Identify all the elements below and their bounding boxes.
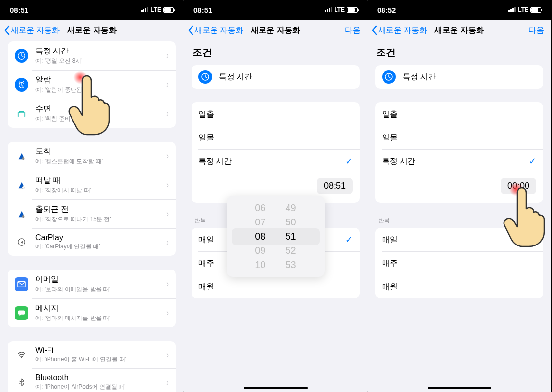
alarm-icon <box>15 78 28 92</box>
clock-icon <box>198 70 212 84</box>
condition-title: 특정 시간 <box>403 72 536 82</box>
time-options-card: 일출일몰특정 시간✓08:51 <box>192 102 360 203</box>
trigger-title: 수면 <box>35 104 166 114</box>
time-option-row[interactable]: 특정 시간✓ <box>375 149 543 173</box>
wheel-minute: 52 <box>286 245 296 256</box>
status-time: 08:51 <box>193 6 212 14</box>
trigger-subtitle: 예: '엄마의 메시지를 받을 때' <box>35 314 166 322</box>
trigger-row[interactable]: 출퇴근 전예: '직장으로 떠나기 15분 전'› <box>8 199 176 228</box>
trigger-row[interactable]: 도착예: '헬스클럽에 도착할 때'› <box>8 142 176 171</box>
repeat-options-card: 매일✓매주매월 <box>375 228 543 298</box>
nav-back-label: 새로운 자동화 <box>11 25 60 36</box>
repeat-option-row[interactable]: 매일✓ <box>375 228 543 251</box>
trigger-subtitle: 예: '직장에서 떠날 때' <box>35 186 166 195</box>
trigger-title: 출퇴근 전 <box>35 204 166 215</box>
trigger-row[interactable]: 특정 시간예: '평일 오전 8시'› <box>8 41 176 70</box>
chevron-right-icon: › <box>166 209 169 219</box>
option-label: 일출 <box>198 109 353 120</box>
chevron-right-icon: › <box>166 50 169 61</box>
time-option-row[interactable]: 일출 <box>192 102 360 126</box>
time-option-row[interactable]: 일몰 <box>192 126 360 149</box>
time-option-row[interactable]: 일출 <box>375 102 543 126</box>
battery-icon <box>530 7 541 13</box>
checkmark-icon: ✓ <box>345 234 353 245</box>
svg-point-7 <box>21 357 22 358</box>
repeat-label: 반복 <box>378 217 543 225</box>
condition-row[interactable]: 특정 시간 <box>192 65 360 89</box>
trigger-row[interactable]: CarPlay예: 'CarPlay에 연결될 때'› <box>8 228 176 256</box>
status-bar: 08:51 LTE <box>0 0 184 20</box>
wheel-row[interactable]: 0750 <box>227 215 325 229</box>
nav-title: 새로운 자동화 <box>251 25 300 36</box>
time-value-button[interactable]: 00:00 <box>501 178 536 194</box>
scroll-content[interactable]: 특정 시간예: '평일 오전 8시'›알람예: '알람이 중단됨'›수면예: '… <box>0 41 184 392</box>
network-label: LTE <box>518 6 528 13</box>
status-time: 08:51 <box>10 6 28 14</box>
wheel-row[interactable]: 1053 <box>227 258 325 272</box>
nav-bar: 새로운 자동화 새로운 자동화 다음 <box>367 20 551 41</box>
nav-bar: 새로운 자동화 새로운 자동화 다음 <box>184 20 367 41</box>
trigger-row[interactable]: Wi-Fi예: 'iPhone이 홈 Wi-Fi에 연결될 때'› <box>8 341 176 368</box>
trigger-subtitle: 예: 'iPhone이 AirPods에 연결될 때' <box>35 383 166 391</box>
section-header-condition: 조건 <box>376 46 543 59</box>
time-options-card: 일출일몰특정 시간✓00:00 <box>375 102 543 203</box>
trigger-row[interactable]: Bluetooth예: 'iPhone이 AirPods에 연결될 때'› <box>8 368 176 392</box>
phone-screen-3: 08:52 LTE 새로운 자동화 새로운 자동화 다음 조건 특정 시간 일출… <box>367 0 551 392</box>
network-label: LTE <box>334 6 345 13</box>
nav-next-button[interactable]: 다음 <box>345 25 360 36</box>
trigger-subtitle: 예: '평일 오전 8시' <box>35 57 166 65</box>
wheel-hour: 08 <box>255 231 265 242</box>
option-label: 특정 시간 <box>198 156 345 167</box>
arrive-icon <box>15 149 28 163</box>
home-indicator[interactable] <box>428 387 491 389</box>
condition-card: 특정 시간 <box>192 65 360 89</box>
nav-back-button[interactable]: 새로운 자동화 <box>188 25 243 36</box>
chevron-right-icon: › <box>166 279 169 289</box>
repeat-option-row[interactable]: 매월 <box>192 275 360 298</box>
status-indicators: LTE <box>325 6 358 13</box>
wheel-hour: 07 <box>255 217 265 228</box>
checkmark-icon: ✓ <box>529 156 536 167</box>
wheel-row[interactable]: 0851 <box>227 229 325 244</box>
time-option-row[interactable]: 특정 시간✓ <box>192 149 360 173</box>
carplay-icon <box>15 235 28 249</box>
time-option-row[interactable]: 일몰 <box>375 126 543 149</box>
leave-icon <box>15 178 28 192</box>
trigger-subtitle: 예: 'iPhone이 홈 Wi-Fi에 연결될 때' <box>35 355 166 364</box>
trigger-title: Bluetooth <box>35 373 166 382</box>
trigger-row[interactable]: 이메일예: '보라의 이메일을 받을 때'› <box>8 270 176 298</box>
nav-back-button[interactable]: 새로운 자동화 <box>4 25 60 36</box>
nav-bar: 새로운 자동화 새로운 자동화 <box>0 20 184 41</box>
trigger-row[interactable]: 메시지예: '엄마의 메시지를 받을 때'› <box>8 298 176 327</box>
nav-back-button[interactable]: 새로운 자동화 <box>371 25 427 36</box>
repeat-option-label: 매주 <box>382 258 536 269</box>
wheel-minute: 53 <box>286 259 296 270</box>
trigger-row[interactable]: 떠날 때예: '직장에서 떠날 때'› <box>8 171 176 199</box>
trigger-subtitle: 예: '보라의 이메일을 받을 때' <box>35 285 166 294</box>
trigger-row[interactable]: 알람예: '알람이 중단됨'› <box>8 70 176 99</box>
scroll-content[interactable]: 조건 특정 시간 일출일몰특정 시간✓00:00 반복 매일✓매주매월 <box>367 41 551 392</box>
signal-icon <box>325 7 332 12</box>
nav-title: 새로운 자동화 <box>67 25 116 36</box>
status-indicators: LTE <box>508 6 541 13</box>
wheel-row[interactable]: 0952 <box>227 244 325 258</box>
wifi-icon <box>15 348 28 362</box>
repeat-option-row[interactable]: 매주 <box>375 251 543 275</box>
wheel-hour: 10 <box>255 259 265 270</box>
time-picker-wheel[interactable]: 06490750085109521053 <box>227 196 325 277</box>
phone-screen-1: 08:51 LTE 새로운 자동화 새로운 자동화 특정 시간예: '평일 오전… <box>0 0 184 392</box>
trigger-subtitle: 예: 'CarPlay에 연결될 때' <box>35 243 166 251</box>
chevron-left-icon <box>188 25 193 35</box>
condition-row[interactable]: 특정 시간 <box>375 65 543 89</box>
trigger-title: CarPlay <box>35 233 166 242</box>
clock-icon <box>382 70 396 84</box>
battery-icon <box>347 7 358 13</box>
nav-next-button[interactable]: 다음 <box>528 25 544 36</box>
time-value-button[interactable]: 08:51 <box>317 178 353 194</box>
home-indicator[interactable] <box>244 387 308 389</box>
wheel-row[interactable]: 0649 <box>227 201 325 215</box>
repeat-option-row[interactable]: 매월 <box>375 275 543 298</box>
trigger-title: 메시지 <box>35 303 166 314</box>
option-label: 일출 <box>382 109 536 120</box>
trigger-row[interactable]: 수면예: '취침 준비 시간이 시작'› <box>8 99 176 128</box>
